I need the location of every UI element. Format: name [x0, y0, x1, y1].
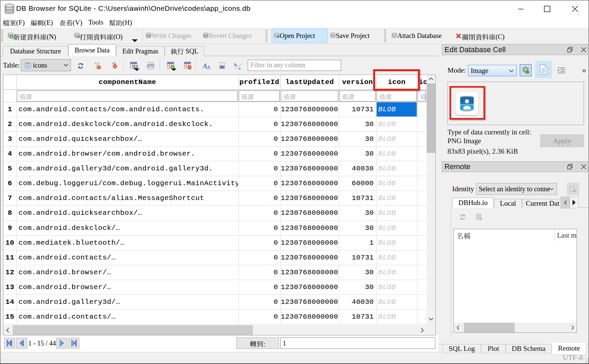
- svg-text:b: b: [234, 62, 237, 67]
- svg-text:a: a: [238, 66, 241, 70]
- svg-text:A: A: [206, 65, 210, 70]
